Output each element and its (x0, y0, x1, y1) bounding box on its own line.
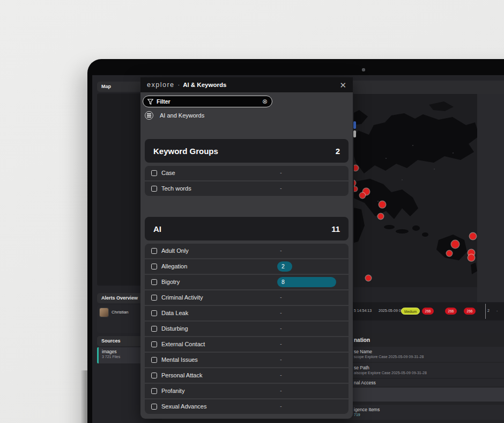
row-value: - (277, 185, 285, 191)
user-avatar[interactable] (100, 308, 108, 317)
ai-list: Adult Only - Allegation 2 Bigotry 8 Crim… (145, 244, 349, 414)
explore-dialog: explore · AI & Keywords ✕ ⊗ AI and Keywo… (140, 77, 353, 419)
map-marker[interactable] (470, 233, 476, 239)
ai-row-allegation[interactable]: Allegation 2 (145, 259, 349, 274)
map-side-gutter (477, 94, 504, 302)
ai-row-bigotry[interactable]: Bigotry 8 (145, 275, 349, 289)
filter-input[interactable] (157, 98, 262, 105)
access-label: nal Access (354, 380, 376, 385)
row-value: - (277, 325, 285, 331)
row-value: - (277, 170, 285, 176)
ai-row-personal-attack[interactable]: Personal Attack - (145, 368, 349, 383)
checkbox[interactable] (151, 279, 157, 285)
alerts-panel-label: Alerts Overview (101, 295, 138, 301)
close-icon[interactable]: ✕ (339, 81, 346, 89)
row-label: Allegation (161, 263, 187, 269)
brand-logo: explore (147, 81, 175, 89)
list-circle-icon (145, 111, 153, 120)
checkbox[interactable] (151, 404, 157, 410)
count-badge: 266 (445, 308, 457, 315)
keyword-groups-list: Case - Tech words - (145, 166, 349, 196)
map-panel-label: Map (101, 84, 111, 89)
checkbox[interactable] (151, 373, 157, 378)
ai-row-disturbing[interactable]: Disturbing - (145, 322, 349, 336)
map-zoom-control-handle[interactable] (353, 130, 356, 137)
laptop-side-edge (80, 370, 88, 423)
checkbox[interactable] (151, 357, 157, 363)
case-path-value: alscope Explore Case 2025-05-09 09-31-28 (354, 371, 427, 375)
section-count: 2 (336, 147, 340, 156)
map-marker[interactable] (468, 254, 475, 261)
map-marker[interactable] (379, 201, 386, 208)
filter-field[interactable]: ⊗ (143, 96, 272, 107)
world-map[interactable] (354, 94, 477, 287)
row-value: - (277, 372, 285, 378)
count-badge: 266 (464, 308, 476, 315)
map-zoom-control[interactable] (353, 121, 356, 129)
checkbox[interactable] (151, 248, 157, 254)
row-label: Tech words (161, 185, 191, 192)
row-label: Criminal Activity (161, 294, 203, 301)
map-marker[interactable] (447, 251, 452, 256)
alert-dash: - (496, 309, 498, 312)
ai-row-adult-only[interactable]: Adult Only - (145, 244, 349, 258)
map-marker[interactable] (378, 214, 383, 219)
nav-item-ai-and-keywords[interactable]: AI and Keywords (145, 110, 349, 121)
section-title: Keyword Groups (153, 147, 218, 156)
row-value: - (277, 247, 285, 253)
keyword-row-case[interactable]: Case - (145, 166, 349, 180)
map-marker[interactable] (451, 240, 459, 248)
row-label: Data Leak (161, 310, 188, 316)
dialog-title: AI & Keywords (183, 82, 226, 88)
checkbox[interactable] (151, 310, 157, 316)
ai-row-criminal-activity[interactable]: Criminal Activity - (145, 290, 349, 305)
checkbox[interactable] (151, 388, 157, 394)
clear-filter-icon[interactable]: ⊗ (262, 98, 268, 105)
row-value: - (277, 388, 285, 393)
dialog-titlebar[interactable]: explore · AI & Keywords ✕ (140, 77, 353, 92)
row-label: Bigotry (161, 279, 180, 285)
row-value-badge: 8 (277, 277, 336, 287)
row-value-badge: 2 (277, 261, 292, 272)
alert-user-name[interactable]: Christian (112, 310, 129, 315)
row-value: - (277, 356, 285, 362)
checkbox[interactable] (151, 341, 157, 347)
desktop-background: Map Alerts Overview Christian Sources im… (0, 0, 504, 423)
intelligence-items-value: 719 (354, 413, 360, 417)
checkbox[interactable] (151, 186, 157, 192)
ai-row-sexual-advances[interactable]: Sexual Advances - (145, 399, 349, 414)
section-title: AI (153, 224, 161, 234)
filter-funnel-icon (147, 99, 153, 105)
section-header-ai[interactable]: AI 11 (145, 217, 349, 240)
keyword-row-tech-words[interactable]: Tech words - (145, 181, 349, 196)
map-landmass (354, 94, 477, 287)
row-value: - (277, 310, 285, 316)
row-label: Profanity (161, 388, 184, 394)
checkbox[interactable] (151, 295, 157, 301)
row-label: Disturbing (161, 325, 188, 332)
ai-row-profanity[interactable]: Profanity - (145, 384, 349, 398)
alert-time-start: 5 14:54:13 (354, 309, 372, 312)
ai-row-data-leak[interactable]: Data Leak - (145, 306, 349, 320)
row-label: Mental Issues (161, 356, 198, 363)
case-name-label: se Name (354, 349, 372, 354)
ai-row-external-contact[interactable]: External Contact - (145, 337, 349, 352)
case-path-label: se Path (354, 365, 369, 370)
map-marker[interactable] (366, 275, 371, 281)
row-value: - (277, 403, 285, 409)
section-header-keyword-groups[interactable]: Keyword Groups 2 (145, 139, 349, 163)
sources-panel-label: Sources (101, 338, 121, 344)
checkbox[interactable] (151, 264, 157, 269)
checkbox[interactable] (151, 170, 157, 176)
count-badge: 266 (422, 308, 434, 315)
row-label: Sexual Advances (161, 403, 206, 410)
intelligence-items-label: igence Items (354, 407, 380, 412)
ai-row-mental-issues[interactable]: Mental Issues - (145, 353, 349, 367)
title-separator: · (178, 82, 180, 88)
nav-item-label: AI and Keywords (160, 112, 204, 119)
column-divider (485, 304, 486, 319)
row-label: Adult Only (161, 247, 189, 254)
checkbox[interactable] (151, 326, 157, 332)
map-marker[interactable] (360, 193, 365, 198)
section-count: 11 (331, 224, 340, 234)
